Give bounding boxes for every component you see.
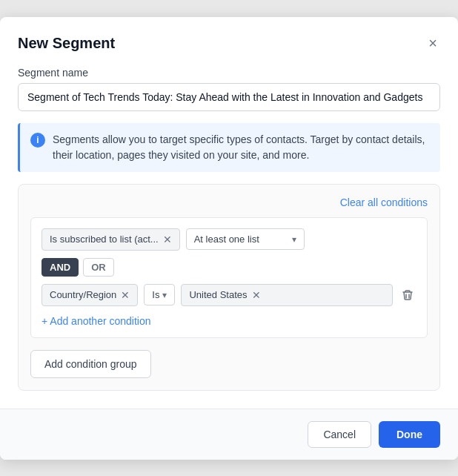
country-field-label: Country/Region xyxy=(50,289,116,300)
segment-name-label: Segment name xyxy=(18,67,440,79)
add-group-row: Add condition group xyxy=(30,350,428,378)
modal-body: Segment name i Segments allow you to tar… xyxy=(0,67,458,409)
info-icon: i xyxy=(30,133,45,148)
modal-title: New Segment xyxy=(18,35,115,52)
clear-all-button[interactable]: Clear all conditions xyxy=(340,196,428,208)
condition-group: Is subscribed to list (act... ✕ At least… xyxy=(30,217,428,338)
condition-row-1: Is subscribed to list (act... ✕ At least… xyxy=(42,228,416,251)
clear-all-row: Clear all conditions xyxy=(30,196,428,208)
logic-row: AND OR xyxy=(42,258,416,277)
or-button[interactable]: OR xyxy=(83,258,114,277)
country-field-chip: Country/Region ✕ xyxy=(42,284,138,306)
subscribed-chip-remove[interactable]: ✕ xyxy=(163,234,172,245)
condition-row-2: Country/Region ✕ Is ▾ United States ✕ xyxy=(42,284,416,306)
modal-footer: Cancel Done xyxy=(0,409,458,460)
trash-icon xyxy=(402,289,414,301)
new-segment-modal: New Segment × Segment name i Segments al… xyxy=(0,17,458,460)
subscribed-chip: Is subscribed to list (act... ✕ xyxy=(42,228,180,251)
operator-select[interactable]: Is ▾ xyxy=(144,284,175,305)
country-value-chip: United States ✕ xyxy=(181,284,393,306)
add-condition-button[interactable]: + Add another condition xyxy=(42,315,151,327)
list-select[interactable]: At least one list ▾ xyxy=(186,228,305,250)
list-select-arrow: ▾ xyxy=(292,234,296,245)
info-banner: i Segments allow you to target specific … xyxy=(18,123,440,172)
country-value-remove[interactable]: ✕ xyxy=(252,289,261,301)
subscribed-chip-label: Is subscribed to list (act... xyxy=(50,234,159,245)
add-condition-group-button[interactable]: Add condition group xyxy=(30,350,151,378)
done-button[interactable]: Done xyxy=(379,421,440,448)
segment-name-input[interactable] xyxy=(18,83,440,111)
info-banner-text: Segments allow you to target specific ty… xyxy=(53,132,430,163)
operator-arrow: ▾ xyxy=(162,290,167,300)
operator-label: Is xyxy=(152,289,159,300)
and-button[interactable]: AND xyxy=(42,258,79,277)
close-button[interactable]: × xyxy=(425,32,440,55)
country-value-label: United States xyxy=(189,289,247,300)
modal-header: New Segment × xyxy=(0,17,458,67)
country-chip-remove[interactable]: ✕ xyxy=(121,289,130,301)
add-condition-row: + Add another condition xyxy=(42,315,416,327)
conditions-container: Clear all conditions Is subscribed to li… xyxy=(18,184,440,391)
list-select-label: At least one list xyxy=(194,234,259,245)
delete-condition-button[interactable] xyxy=(399,286,416,304)
cancel-button[interactable]: Cancel xyxy=(308,421,371,448)
